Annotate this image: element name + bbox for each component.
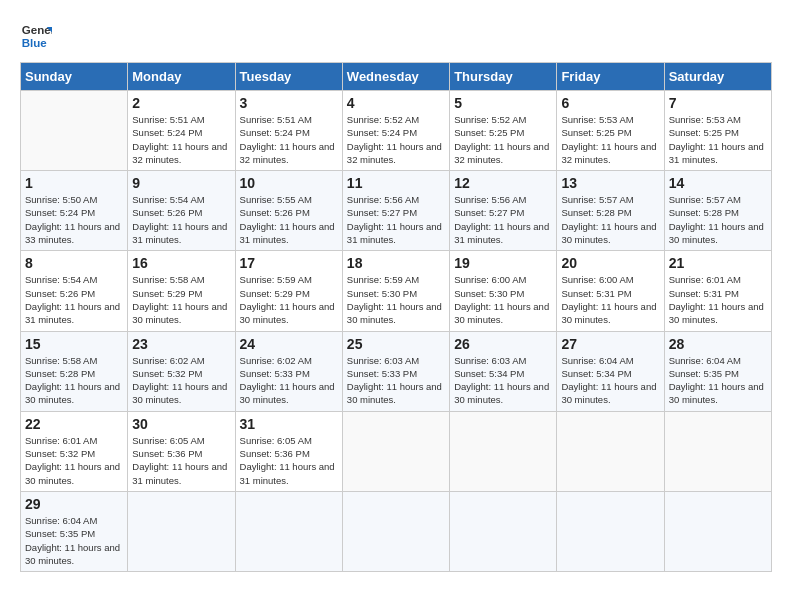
day-number: 6 xyxy=(561,95,659,111)
day-number: 26 xyxy=(454,336,552,352)
day-number: 22 xyxy=(25,416,123,432)
day-number: 1 xyxy=(25,175,123,191)
day-number: 5 xyxy=(454,95,552,111)
logo: General Blue xyxy=(20,20,56,52)
calendar-cell: 2Sunrise: 5:51 AMSunset: 5:24 PMDaylight… xyxy=(128,91,235,171)
calendar-cell: 18Sunrise: 5:59 AMSunset: 5:30 PMDayligh… xyxy=(342,251,449,331)
weekday-header-row: Sunday Monday Tuesday Wednesday Thursday… xyxy=(21,63,772,91)
day-number: 4 xyxy=(347,95,445,111)
day-info: Sunrise: 6:05 AMSunset: 5:36 PMDaylight:… xyxy=(132,435,227,486)
day-number: 15 xyxy=(25,336,123,352)
svg-text:Blue: Blue xyxy=(22,37,48,49)
calendar-cell: 12Sunrise: 5:56 AMSunset: 5:27 PMDayligh… xyxy=(450,171,557,251)
calendar-cell: 29Sunrise: 6:04 AMSunset: 5:35 PMDayligh… xyxy=(21,491,128,571)
day-number: 25 xyxy=(347,336,445,352)
calendar-cell: 24Sunrise: 6:02 AMSunset: 5:33 PMDayligh… xyxy=(235,331,342,411)
day-number: 7 xyxy=(669,95,767,111)
logo-icon: General Blue xyxy=(20,20,52,52)
day-info: Sunrise: 5:56 AMSunset: 5:27 PMDaylight:… xyxy=(347,194,442,245)
calendar-cell: 16Sunrise: 5:58 AMSunset: 5:29 PMDayligh… xyxy=(128,251,235,331)
day-info: Sunrise: 5:55 AMSunset: 5:26 PMDaylight:… xyxy=(240,194,335,245)
day-info: Sunrise: 5:59 AMSunset: 5:30 PMDaylight:… xyxy=(347,274,442,325)
day-info: Sunrise: 6:04 AMSunset: 5:35 PMDaylight:… xyxy=(25,515,120,566)
calendar-cell xyxy=(450,491,557,571)
calendar-cell: 14Sunrise: 5:57 AMSunset: 5:28 PMDayligh… xyxy=(664,171,771,251)
calendar-cell: 19Sunrise: 6:00 AMSunset: 5:30 PMDayligh… xyxy=(450,251,557,331)
calendar-cell: 9Sunrise: 5:54 AMSunset: 5:26 PMDaylight… xyxy=(128,171,235,251)
calendar-cell: 6Sunrise: 5:53 AMSunset: 5:25 PMDaylight… xyxy=(557,91,664,171)
calendar-cell: 11Sunrise: 5:56 AMSunset: 5:27 PMDayligh… xyxy=(342,171,449,251)
header-tuesday: Tuesday xyxy=(235,63,342,91)
day-info: Sunrise: 5:53 AMSunset: 5:25 PMDaylight:… xyxy=(669,114,764,165)
day-info: Sunrise: 5:51 AMSunset: 5:24 PMDaylight:… xyxy=(132,114,227,165)
day-number: 24 xyxy=(240,336,338,352)
calendar-cell: 23Sunrise: 6:02 AMSunset: 5:32 PMDayligh… xyxy=(128,331,235,411)
calendar-cell: 28Sunrise: 6:04 AMSunset: 5:35 PMDayligh… xyxy=(664,331,771,411)
day-number: 28 xyxy=(669,336,767,352)
calendar-cell xyxy=(342,411,449,491)
page-header: General Blue xyxy=(20,20,772,52)
calendar-cell xyxy=(664,411,771,491)
calendar-cell: 30Sunrise: 6:05 AMSunset: 5:36 PMDayligh… xyxy=(128,411,235,491)
calendar-cell: 3Sunrise: 5:51 AMSunset: 5:24 PMDaylight… xyxy=(235,91,342,171)
day-number: 18 xyxy=(347,255,445,271)
day-info: Sunrise: 6:00 AMSunset: 5:30 PMDaylight:… xyxy=(454,274,549,325)
day-info: Sunrise: 5:58 AMSunset: 5:29 PMDaylight:… xyxy=(132,274,227,325)
day-info: Sunrise: 5:51 AMSunset: 5:24 PMDaylight:… xyxy=(240,114,335,165)
calendar-cell: 27Sunrise: 6:04 AMSunset: 5:34 PMDayligh… xyxy=(557,331,664,411)
day-number: 23 xyxy=(132,336,230,352)
day-info: Sunrise: 5:54 AMSunset: 5:26 PMDaylight:… xyxy=(132,194,227,245)
day-info: Sunrise: 5:50 AMSunset: 5:24 PMDaylight:… xyxy=(25,194,120,245)
header-sunday: Sunday xyxy=(21,63,128,91)
day-info: Sunrise: 5:58 AMSunset: 5:28 PMDaylight:… xyxy=(25,355,120,406)
day-info: Sunrise: 6:04 AMSunset: 5:35 PMDaylight:… xyxy=(669,355,764,406)
calendar-cell xyxy=(450,411,557,491)
calendar-week-0: 2Sunrise: 5:51 AMSunset: 5:24 PMDaylight… xyxy=(21,91,772,171)
calendar-cell: 15Sunrise: 5:58 AMSunset: 5:28 PMDayligh… xyxy=(21,331,128,411)
day-number: 11 xyxy=(347,175,445,191)
calendar-cell xyxy=(557,491,664,571)
calendar-cell: 25Sunrise: 6:03 AMSunset: 5:33 PMDayligh… xyxy=(342,331,449,411)
calendar-week-4: 22Sunrise: 6:01 AMSunset: 5:32 PMDayligh… xyxy=(21,411,772,491)
calendar-cell xyxy=(21,91,128,171)
day-number: 27 xyxy=(561,336,659,352)
header-thursday: Thursday xyxy=(450,63,557,91)
header-friday: Friday xyxy=(557,63,664,91)
day-info: Sunrise: 6:01 AMSunset: 5:32 PMDaylight:… xyxy=(25,435,120,486)
calendar-cell: 26Sunrise: 6:03 AMSunset: 5:34 PMDayligh… xyxy=(450,331,557,411)
day-info: Sunrise: 5:57 AMSunset: 5:28 PMDaylight:… xyxy=(561,194,656,245)
day-number: 17 xyxy=(240,255,338,271)
svg-text:General: General xyxy=(22,24,52,36)
day-info: Sunrise: 5:52 AMSunset: 5:24 PMDaylight:… xyxy=(347,114,442,165)
day-number: 12 xyxy=(454,175,552,191)
day-info: Sunrise: 6:03 AMSunset: 5:34 PMDaylight:… xyxy=(454,355,549,406)
calendar-week-1: 1Sunrise: 5:50 AMSunset: 5:24 PMDaylight… xyxy=(21,171,772,251)
day-info: Sunrise: 5:52 AMSunset: 5:25 PMDaylight:… xyxy=(454,114,549,165)
day-info: Sunrise: 6:04 AMSunset: 5:34 PMDaylight:… xyxy=(561,355,656,406)
day-number: 21 xyxy=(669,255,767,271)
header-wednesday: Wednesday xyxy=(342,63,449,91)
day-number: 2 xyxy=(132,95,230,111)
calendar-cell xyxy=(235,491,342,571)
calendar-cell: 21Sunrise: 6:01 AMSunset: 5:31 PMDayligh… xyxy=(664,251,771,331)
calendar-cell xyxy=(342,491,449,571)
calendar-cell: 20Sunrise: 6:00 AMSunset: 5:31 PMDayligh… xyxy=(557,251,664,331)
day-info: Sunrise: 6:03 AMSunset: 5:33 PMDaylight:… xyxy=(347,355,442,406)
day-info: Sunrise: 6:05 AMSunset: 5:36 PMDaylight:… xyxy=(240,435,335,486)
calendar-cell: 8Sunrise: 5:54 AMSunset: 5:26 PMDaylight… xyxy=(21,251,128,331)
calendar-week-3: 15Sunrise: 5:58 AMSunset: 5:28 PMDayligh… xyxy=(21,331,772,411)
day-number: 19 xyxy=(454,255,552,271)
day-number: 29 xyxy=(25,496,123,512)
calendar-week-5: 29Sunrise: 6:04 AMSunset: 5:35 PMDayligh… xyxy=(21,491,772,571)
calendar-cell: 13Sunrise: 5:57 AMSunset: 5:28 PMDayligh… xyxy=(557,171,664,251)
day-info: Sunrise: 5:59 AMSunset: 5:29 PMDaylight:… xyxy=(240,274,335,325)
calendar-cell: 1Sunrise: 5:50 AMSunset: 5:24 PMDaylight… xyxy=(21,171,128,251)
calendar-cell: 10Sunrise: 5:55 AMSunset: 5:26 PMDayligh… xyxy=(235,171,342,251)
day-info: Sunrise: 6:02 AMSunset: 5:32 PMDaylight:… xyxy=(132,355,227,406)
day-number: 30 xyxy=(132,416,230,432)
day-info: Sunrise: 5:56 AMSunset: 5:27 PMDaylight:… xyxy=(454,194,549,245)
calendar-table: Sunday Monday Tuesday Wednesday Thursday… xyxy=(20,62,772,572)
day-number: 31 xyxy=(240,416,338,432)
header-monday: Monday xyxy=(128,63,235,91)
day-number: 20 xyxy=(561,255,659,271)
